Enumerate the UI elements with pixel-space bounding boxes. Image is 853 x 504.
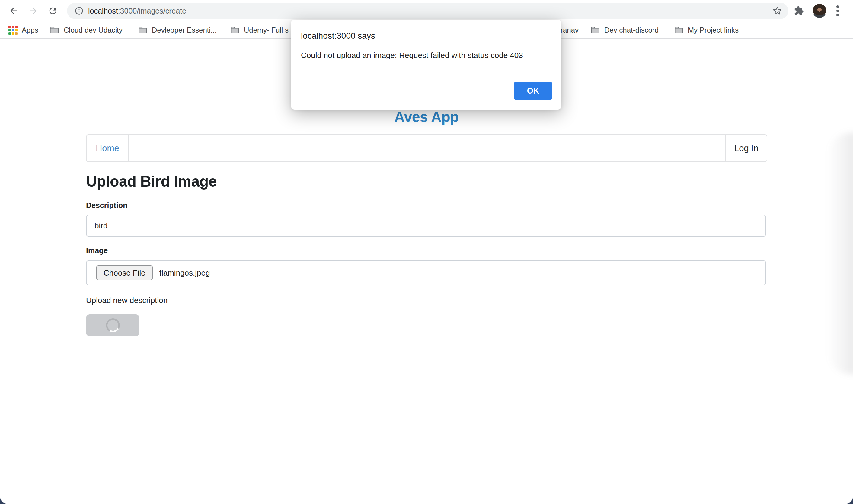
dialog-message: Could not upload an image: Request faile… [301,51,551,60]
bookmark-star-icon[interactable] [772,6,782,16]
window-edge-shadow [827,133,853,374]
apps-grid-icon [8,26,18,35]
bookmark-label: Devleoper Essenti... [152,26,217,34]
image-label: Image [86,246,108,255]
loading-spinner-icon [104,317,121,334]
site-info-icon[interactable] [74,6,84,16]
folder-icon [591,26,600,35]
bookmark-label: Udemy- Full s [244,26,289,34]
selected-file-name: flamingos.jpeg [159,268,210,278]
ok-button[interactable]: OK [514,82,552,100]
description-input[interactable] [86,215,766,237]
description-label: Description [86,201,128,210]
bookmark-label: Apps [22,26,38,34]
choose-file-button[interactable]: Choose File [96,265,153,281]
page-heading: Upload Bird Image [86,173,217,190]
bookmark-label: Cloud dev Udacity [64,26,123,34]
bookmark-label: My Project links [688,26,739,34]
app-title: Aves App [0,109,853,125]
folder-icon [230,26,240,35]
navbar-spacer [129,135,725,161]
nav-home-link[interactable]: Home [87,135,129,161]
browser-toolbar: localhost:3000/images/create [0,0,853,22]
upload-button[interactable] [86,314,140,336]
bookmark-apps[interactable]: Apps [8,22,38,38]
bookmark-label: ranav [561,26,579,34]
bookmark-udemy[interactable]: Udemy- Full s [230,22,289,38]
url-host: localhost [88,7,118,15]
folder-icon [50,26,59,35]
upload-caption: Upload new description [86,296,167,305]
extensions-icon[interactable] [794,6,804,16]
bookmark-developer-essentials[interactable]: Devleoper Essenti... [138,22,217,38]
alert-dialog: localhost:3000 says Could not upload an … [291,20,561,110]
back-icon[interactable] [8,6,19,16]
reload-icon[interactable] [48,6,58,16]
bookmark-cloud-dev-udacity[interactable]: Cloud dev Udacity [50,22,123,38]
browser-window: localhost:3000/images/create Apps Cloud … [0,0,853,504]
dialog-title: localhost:3000 says [301,31,551,41]
folder-icon [138,26,148,35]
folder-icon [674,26,684,35]
nav-login-link[interactable]: Log In [725,135,767,161]
bookmark-my-project-links[interactable]: My Project links [674,22,739,38]
bookmark-label: Dev chat-discord [604,26,659,34]
address-bar[interactable]: localhost:3000/images/create [67,3,788,19]
file-input[interactable]: Choose File flamingos.jpeg [86,260,766,285]
forward-icon [28,6,38,16]
profile-avatar[interactable] [813,4,827,18]
bookmark-dev-chat-discord[interactable]: Dev chat-discord [591,22,659,38]
url-text: localhost:3000/images/create [88,7,186,15]
site-navbar: Home Log In [86,134,767,162]
url-path: :3000/images/create [118,7,186,15]
browser-menu-icon[interactable] [835,5,838,17]
bookmark-pranav-partial[interactable]: ranav [561,22,579,38]
